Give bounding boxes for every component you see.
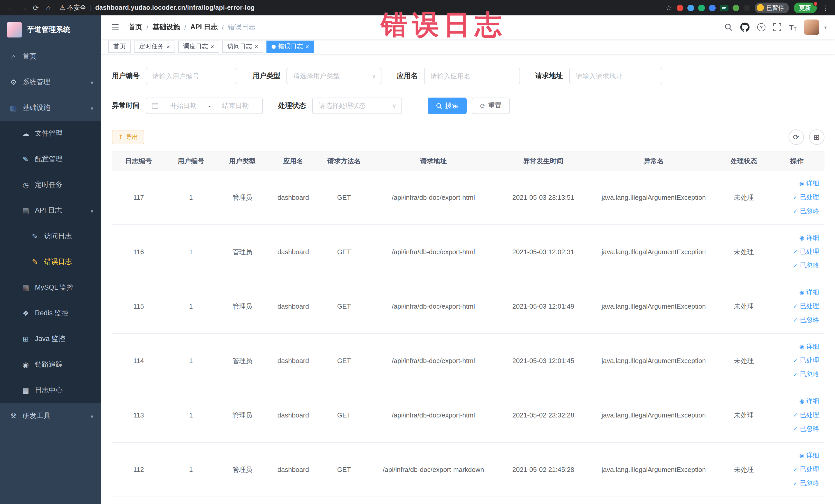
search-icon[interactable]	[725, 23, 733, 31]
action-已忽略[interactable]: ✓已忽略	[773, 368, 819, 382]
cell-status: 未处理	[718, 279, 770, 334]
end-date-placeholder: 结束日期	[213, 101, 257, 110]
cell-userType: 管理员	[217, 225, 268, 279]
action-详细[interactable]: ◉详细	[773, 177, 819, 190]
sidebar-item-链路追踪[interactable]: ◉链路追踪	[0, 352, 101, 378]
request-url-input[interactable]	[569, 68, 662, 84]
refresh-icon[interactable]: ⟳	[788, 129, 804, 145]
export-button[interactable]: ↥ 导出	[112, 130, 144, 144]
overflow-menu-icon[interactable]: ⋮	[821, 4, 830, 12]
breadcrumb-item[interactable]: 首页	[128, 23, 142, 32]
action-已忽略[interactable]: ✓已忽略	[773, 204, 819, 218]
caret-down-icon[interactable]: ▾	[824, 24, 827, 30]
tab-调度日志[interactable]: 调度日志×	[178, 40, 219, 53]
sidebar-logo[interactable]: 芋道管理系统	[0, 15, 101, 44]
extension-paw-icon[interactable]	[744, 4, 750, 11]
action-已处理[interactable]: ✓已处理	[773, 463, 819, 477]
hamburger-icon[interactable]: ☰	[109, 22, 121, 33]
dot-icon	[271, 44, 276, 48]
star-icon[interactable]: ☆	[666, 4, 672, 12]
timer-icon: ◷	[22, 181, 30, 189]
close-icon[interactable]: ×	[166, 43, 170, 49]
tab-错误日志[interactable]: 错误日志×	[266, 40, 314, 53]
close-icon[interactable]: ×	[305, 43, 309, 49]
fullscreen-icon[interactable]	[773, 23, 781, 31]
column-header: 请求方法名	[318, 152, 370, 170]
extension-grid-icon[interactable]	[709, 4, 716, 11]
sidebar-item-Java 监控[interactable]: ⊞Java 监控	[0, 326, 101, 352]
sidebar-item-Redis 监控[interactable]: ❖Redis 监控	[0, 300, 101, 326]
search-button[interactable]: 搜索	[428, 98, 467, 114]
avatar[interactable]	[804, 20, 820, 35]
tab-定时任务[interactable]: 定时任务×	[134, 40, 175, 53]
action-已处理[interactable]: ✓已处理	[773, 408, 819, 422]
back-icon[interactable]: ←	[5, 2, 18, 14]
tab-访问日志[interactable]: 访问日志×	[222, 40, 263, 53]
forward-icon[interactable]: →	[18, 2, 30, 14]
sidebar-item-基础设施[interactable]: ▦基础设施∧	[0, 95, 101, 121]
cell-method: GET	[318, 170, 370, 225]
date-range-picker[interactable]: 开始日期 - 结束日期	[146, 98, 263, 114]
action-详细[interactable]: ◉详细	[773, 285, 819, 299]
security-indicator[interactable]: ⚠ 不安全	[60, 3, 86, 12]
sidebar-item-错误日志[interactable]: ✎错误日志	[0, 249, 101, 275]
extension-green-circle-icon[interactable]	[698, 4, 705, 11]
extension-on-badge-icon[interactable]: on	[720, 4, 729, 11]
user-type-select[interactable]: 请选择用户类型 ∨	[286, 68, 382, 84]
extension-leaf-icon[interactable]	[733, 4, 739, 11]
action-已忽略[interactable]: ✓已忽略	[773, 477, 819, 490]
action-已忽略[interactable]: ✓已忽略	[773, 313, 819, 327]
sidebar-item-label: 访问日志	[44, 231, 72, 241]
home-icon: ⌂	[9, 53, 18, 61]
cell-userId: 1	[165, 225, 217, 279]
columns-icon[interactable]: ⊞	[809, 129, 824, 145]
reset-button[interactable]: ⟳ 重置	[472, 98, 510, 114]
breadcrumb-separator: /	[222, 23, 224, 31]
user-id-input[interactable]	[146, 68, 237, 84]
github-icon[interactable]	[740, 23, 750, 32]
app-name-input[interactable]	[424, 68, 520, 84]
breadcrumb: 首页/基础设施/API 日志/错误日志	[128, 23, 256, 32]
export-button-label: 导出	[126, 133, 138, 141]
action-详细[interactable]: ◉详细	[773, 395, 819, 408]
sidebar-item-文件管理[interactable]: ☁文件管理	[0, 121, 101, 146]
sidebar-item-研发工具[interactable]: ⚒研发工具∨	[0, 403, 101, 429]
sidebar-item-定时任务[interactable]: ◷定时任务	[0, 172, 101, 198]
breadcrumb-item[interactable]: 基础设施	[152, 23, 180, 32]
reload-icon[interactable]: ⟳	[30, 2, 42, 14]
sidebar-item-配置管理[interactable]: ✎配置管理	[0, 146, 101, 172]
help-icon[interactable]: ?	[757, 23, 766, 31]
paused-badge[interactable]: 已暂停	[755, 2, 789, 13]
close-icon[interactable]: ×	[210, 43, 214, 49]
action-已忽略[interactable]: ✓已忽略	[773, 422, 819, 436]
filter-app-name: 应用名	[397, 68, 520, 84]
sidebar-item-访问日志[interactable]: ✎访问日志	[0, 223, 101, 249]
action-已忽略[interactable]: ✓已忽略	[773, 259, 819, 273]
close-icon[interactable]: ×	[254, 43, 258, 49]
action-已处理[interactable]: ✓已处理	[773, 245, 819, 259]
extension-red-icon[interactable]	[677, 4, 683, 11]
action-详细[interactable]: ◉详细	[773, 340, 819, 354]
sidebar-item-MySQL 监控[interactable]: ▦MySQL 监控	[0, 275, 101, 300]
sidebar-item-系统管理[interactable]: ⚙系统管理∨	[0, 69, 101, 95]
action-详细[interactable]: ◉详细	[773, 231, 819, 245]
tab-首页[interactable]: 首页	[108, 40, 131, 53]
sidebar-item-API 日志[interactable]: ▤API 日志∧	[0, 198, 101, 223]
action-详细[interactable]: ◉详细	[773, 449, 819, 463]
action-已处理[interactable]: ✓已处理	[773, 190, 819, 204]
action-已处理[interactable]: ✓已处理	[773, 354, 819, 368]
extension-blue-drop-icon[interactable]	[687, 4, 694, 11]
breadcrumb-item[interactable]: API 日志	[190, 23, 218, 32]
address-bar[interactable]: ⚠ 不安全 | dashboard.yudao.iocoder.cn/infra…	[60, 3, 666, 12]
font-size-icon[interactable]: TT	[789, 23, 796, 32]
sidebar-item-日志中心[interactable]: ▤日志中心	[0, 378, 101, 403]
filter-request-url: 请求地址	[535, 68, 662, 84]
access-log-icon: ✎	[31, 232, 39, 240]
browser-home-icon[interactable]: ⌂	[42, 2, 55, 14]
update-button[interactable]: 更新	[793, 2, 816, 13]
action-已处理[interactable]: ✓已处理	[773, 299, 819, 313]
cell-app: dashboard	[268, 334, 318, 388]
sidebar-item-首页[interactable]: ⌂首页	[0, 44, 101, 69]
cell-userId: 1	[165, 388, 217, 442]
status-select[interactable]: 请选择处理状态 ∨	[312, 98, 402, 114]
